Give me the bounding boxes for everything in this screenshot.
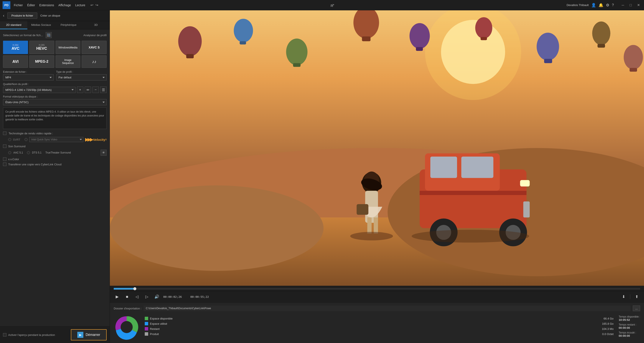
profile-type-select[interactable]: Par défaut <box>56 74 107 80</box>
format-mpeg2[interactable]: MPEG-2 <box>29 55 54 68</box>
svg-point-13 <box>178 26 202 56</box>
tab-peripherique[interactable]: Périphérique <box>55 21 82 29</box>
menu-affichage[interactable]: Affichage <box>58 4 71 7</box>
settings-icon[interactable]: ⚙ <box>606 3 609 8</box>
transfer-label: Transférer une copie vers CyberLink Clou… <box>8 163 62 166</box>
hw-section: Technologie de rendu vidéo rapide : SVRT… <box>3 132 106 142</box>
format-settings-icon[interactable] <box>46 32 52 38</box>
disk-legend: Espace disponible 66.4 Go Espace utilisé… <box>145 317 614 338</box>
intel-radio[interactable] <box>24 138 28 141</box>
next-frame-button[interactable]: ▷ <box>144 293 150 300</box>
add-profile-button[interactable]: + <box>77 86 83 93</box>
left-bottom: Activer l'aperçu pendant la production ▶… <box>0 326 110 343</box>
surround-checkbox[interactable] <box>3 144 6 148</box>
notification-icon[interactable]: 🔔 <box>598 3 603 8</box>
preview-checkbox[interactable] <box>3 333 6 336</box>
menu-fichier[interactable]: Fichier <box>14 4 23 7</box>
format-image-sequence[interactable]: ImageSequence <box>56 55 80 68</box>
ctrl-divider <box>630 294 630 299</box>
undo-icon[interactable]: ↩ <box>90 3 93 7</box>
trutheater-settings-icon[interactable]: 👁 <box>100 150 106 156</box>
tab-3d[interactable]: 3D <box>82 21 110 29</box>
svg-point-51 <box>120 321 133 333</box>
time-separator <box>186 295 186 298</box>
disk-info: Espace disponible 66.4 Go Espace utilisé… <box>114 314 640 340</box>
tab-2d-standard[interactable]: 2D standard <box>0 21 27 29</box>
video-format-label: Format vidéo/pays du disque : <box>3 95 106 98</box>
tab-medias-sociaux[interactable]: Médias Sociaux <box>27 21 55 29</box>
svg-rect-40 <box>520 180 530 186</box>
edit-profile-button[interactable]: ✏ <box>85 86 91 93</box>
svg-point-23 <box>475 17 492 38</box>
export-folder-browse[interactable]: ... <box>633 306 640 311</box>
export-folder-path[interactable] <box>144 306 631 311</box>
dts-radio[interactable] <box>27 151 30 154</box>
svg-rect-4 <box>49 35 49 36</box>
list-profile-button[interactable]: ☰ <box>100 86 106 93</box>
svg-rect-46 <box>367 218 372 234</box>
svg-point-27 <box>592 22 610 45</box>
minimize-button[interactable]: ─ <box>620 2 626 8</box>
help-icon[interactable]: ? <box>612 3 614 7</box>
menu-extensions[interactable]: Extensions <box>40 4 54 7</box>
back-button[interactable]: ‹ <box>3 13 4 18</box>
xv-color-row: x.v.Color <box>3 158 106 161</box>
menu-editer[interactable]: Éditer <box>27 4 35 7</box>
menu-lecture[interactable]: Lecture <box>75 4 85 7</box>
format-avc[interactable]: H.264 AVC <box>3 41 28 54</box>
left-panel: ‹ Produire le fichier Créer un disque 2D… <box>0 10 110 343</box>
svg-rect-0 <box>47 34 50 34</box>
progress-handle[interactable] <box>133 287 136 290</box>
close-button[interactable]: ✕ <box>636 2 642 8</box>
legend-color-remaining <box>145 327 148 330</box>
start-button[interactable]: ▶ Démarrer <box>71 329 106 340</box>
progress-bar[interactable] <box>114 288 640 290</box>
volume-button[interactable]: 🔊 <box>153 293 160 300</box>
delete-profile-button[interactable]: − <box>92 86 99 93</box>
transfer-row: Transférer une copie vers CyberLink Clou… <box>3 162 106 166</box>
svrt-radio[interactable] <box>8 138 11 141</box>
play-button[interactable]: ▶ <box>114 293 120 300</box>
right-panel: ▶ ■ ◁ ▷ 🔊 00:00:02;26 00:00:55;22 ⬇ ⬆ Do… <box>110 10 644 343</box>
legend-value-used: 165.8 Go <box>596 322 614 325</box>
import-button[interactable]: ⬇ <box>620 293 627 300</box>
maximize-button[interactable]: □ <box>628 2 634 8</box>
extension-select[interactable]: MP4 <box>3 74 54 80</box>
produce-button[interactable]: Produire le fichier <box>7 12 37 19</box>
intel-select[interactable]: Intel Quick Sync Video <box>29 137 83 142</box>
transfer-checkbox[interactable] <box>3 162 6 166</box>
bottom-options: x.v.Color Transférer une copie vers Cybe… <box>3 158 106 166</box>
velocity-num: 9 <box>105 138 106 141</box>
legend-label-produced: Produit <box>150 332 595 336</box>
export-button[interactable]: ⬆ <box>633 293 640 300</box>
svg-rect-16 <box>240 41 246 44</box>
video-format-group: Format vidéo/pays du disque : États-Unis… <box>3 95 106 105</box>
legend-value-remaining: 104.3 Mo <box>596 327 614 330</box>
svg-rect-33 <box>430 156 457 178</box>
menu-bar: Fichier Éditer Extensions Affichage Lect… <box>14 4 85 7</box>
format-avi[interactable]: AVI <box>3 55 28 68</box>
svg-rect-34 <box>461 156 494 178</box>
time-total: 00:00:55;22 <box>190 295 209 298</box>
create-disc-button[interactable]: Créer un disque <box>40 14 60 17</box>
analyzer-button[interactable]: Analyseur de profil <box>83 34 106 37</box>
prev-frame-button[interactable]: ◁ <box>134 293 140 300</box>
format-hevc[interactable]: H.265 HEVC <box>29 41 54 54</box>
redo-icon[interactable]: ↪ <box>96 3 98 7</box>
hw-checkbox[interactable] <box>3 132 6 135</box>
trutheater-label: TrueTheater Surround <box>46 151 71 154</box>
format-xavc-s[interactable]: XAVC S <box>82 41 106 54</box>
quality-select[interactable]: MPEG-4 1280 x 720/30p (16 Mbits/s) <box>3 87 76 93</box>
stop-button[interactable]: ■ <box>124 293 130 300</box>
legend-row-remaining: Restant 104.3 Mo <box>145 327 614 330</box>
xv-color-checkbox[interactable] <box>3 158 6 161</box>
format-audio[interactable]: ♪♪ <box>82 55 106 68</box>
video-format-select[interactable]: États-Unis (NTSC) <box>3 99 106 105</box>
stat-remaining-value: 00:00:00 <box>619 326 640 330</box>
svg-rect-24 <box>480 37 487 40</box>
velocity-logo: ▶▶▶ Velocity 9 <box>85 137 106 142</box>
svg-rect-26 <box>544 59 552 63</box>
format-windows-media[interactable]: WindowsMedia <box>56 41 80 54</box>
svg-rect-47 <box>374 218 378 234</box>
aac-radio[interactable] <box>8 151 11 154</box>
